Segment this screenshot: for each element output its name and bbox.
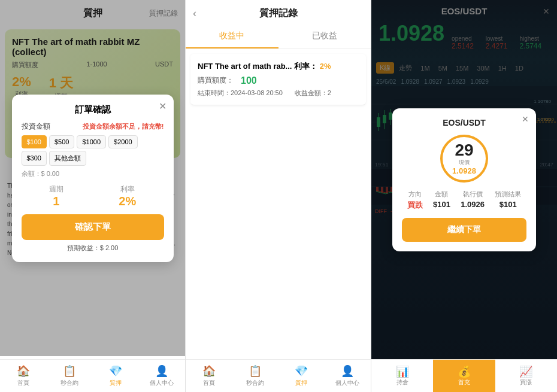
period-block: 週期 1	[49, 184, 63, 208]
nav-home-label: 首頁	[17, 379, 29, 387]
p2-pledge-icon: 💎	[295, 364, 308, 378]
circle-label: 現價	[459, 159, 470, 166]
p2-profile-icon: 👤	[341, 364, 354, 378]
p2-contract-icon: 📋	[249, 364, 262, 378]
confirm-order-button[interactable]: 確認下單	[22, 214, 164, 240]
amount-value: $101	[433, 200, 450, 209]
panel3-bottom-nav: 📊 持倉 💰 首充 📈 買漲	[371, 359, 557, 392]
direction-value: 買跌	[407, 200, 423, 211]
amount-label: 金額	[433, 190, 450, 199]
p3-nav-buy[interactable]: 📈 買漲	[495, 360, 557, 392]
eos-modal-close-icon[interactable]: ✕	[522, 114, 529, 124]
amount-buttons: $100 $500 $1000 $2000 $300 其他金額	[22, 135, 164, 166]
amount-btn-300[interactable]: $300	[22, 151, 47, 166]
order-modal: 訂單確認 ✕ 投資金額 投資金額余額不足，請充幣! $100 $500 $100…	[12, 95, 174, 262]
eos-modal-title: EOS/USDT	[402, 118, 526, 127]
nav-profile[interactable]: 👤 個人中心	[139, 360, 185, 392]
nav-pledge[interactable]: 💎 質押	[93, 360, 139, 392]
holdings-icon: 📊	[396, 365, 409, 378]
purchase-value: 100	[241, 75, 257, 86]
spacer	[186, 110, 371, 359]
exec-price-col: 執行價 1.0926	[461, 190, 485, 211]
amount-col: 金額 $101	[433, 190, 450, 211]
rate-label-modal: 利率	[119, 184, 136, 195]
panel2-header: ‹ 質押記錄	[186, 0, 371, 25]
p2-nav-contract-label: 秒合約	[246, 379, 264, 387]
nav-profile-label: 個人中心	[150, 379, 174, 387]
exec-price-value: 1.0926	[461, 200, 485, 209]
tab-earning[interactable]: 收益中	[186, 25, 278, 48]
invest-row: 投資金額 投資金額余額不足，請充幣!	[22, 121, 164, 132]
amount-btn-100[interactable]: $100	[22, 135, 47, 148]
circle-price: 1.0928	[452, 166, 476, 175]
panel2-bottom-nav: 🏠 首頁 📋 秒合約 💎 質押 👤 個人中心	[186, 359, 371, 392]
panel2-title: 質押記錄	[259, 7, 298, 20]
circle-number: 29	[455, 142, 473, 159]
period-rate-row: 週期 1 利率 2%	[22, 184, 164, 208]
p2-nav-profile-label: 個人中心	[335, 379, 359, 387]
order-modal-overlay: 訂單確認 ✕ 投資金額 投資金額余額不足，請充幣! $100 $500 $100…	[0, 0, 185, 356]
period-label: 週期	[49, 184, 63, 195]
record-rate-value: 2%	[320, 62, 331, 71]
buy-icon: 📈	[519, 365, 532, 378]
record-info-row: 結束時間：2024-03-08 20:50 收益金額：2	[198, 89, 359, 98]
expected-label: 預測結果	[495, 190, 521, 199]
nav-pledge-label: 質押	[110, 379, 122, 387]
amount-btn-1000[interactable]: $1000	[77, 135, 106, 148]
p2-nav-contract[interactable]: 📋 秒合約	[232, 360, 278, 392]
rate-block: 利率 2%	[119, 184, 136, 208]
expected-col: 預測結果 $101	[495, 190, 521, 211]
direction-label: 方向	[407, 190, 423, 199]
home-icon: 🏠	[17, 364, 30, 378]
nav-contract[interactable]: 📋 秒合約	[46, 360, 92, 392]
eos-modal-overlay: EOS/USDT ✕ 29 現價 1.0928 方向 買跌 金額 $101 執行…	[371, 0, 557, 359]
tab-earned[interactable]: 已收益	[278, 25, 371, 48]
record-tabs: 收益中 已收益	[186, 25, 371, 49]
expected-value: $101	[495, 200, 521, 209]
nav-home[interactable]: 🏠 首頁	[0, 360, 46, 392]
modal-title: 訂單確認	[22, 104, 164, 116]
p2-nav-home[interactable]: 🏠 首頁	[186, 360, 232, 392]
p3-deposit-label: 首充	[458, 378, 470, 387]
p2-home-icon: 🏠	[202, 364, 216, 378]
p2-nav-pledge[interactable]: 💎 質押	[278, 360, 325, 392]
p3-nav-holdings[interactable]: 📊 持倉	[371, 360, 433, 392]
income-amount: 收益金額：2	[295, 89, 331, 98]
panel1-bottom-nav: 🏠 首頁 📋 秒合約 💎 質押 👤 個人中心	[0, 359, 185, 392]
direction-col: 方向 買跌	[407, 190, 423, 211]
rate-val-modal: 2%	[119, 195, 136, 208]
period-val: 1	[49, 195, 63, 208]
price-circle: 29 現價 1.0928	[440, 135, 488, 183]
record-title: NFT The art of math rab... 利率： 2%	[198, 61, 359, 72]
nav-contract-label: 秒合約	[60, 379, 78, 387]
modal-close-icon[interactable]: ✕	[159, 101, 167, 112]
continue-order-button[interactable]: 繼續下單	[402, 218, 526, 242]
end-time: 結束時間：2024-03-08 20:50	[198, 89, 283, 98]
invest-label: 投資金額	[22, 121, 50, 132]
deposit-icon: 💰	[458, 365, 471, 378]
p3-holdings-label: 持倉	[396, 378, 408, 387]
back-icon[interactable]: ‹	[193, 7, 196, 20]
p3-buy-label: 買漲	[520, 378, 532, 387]
invest-error: 投資金額余額不足，請充幣!	[83, 122, 164, 131]
p3-nav-deposit[interactable]: 💰 首充	[433, 360, 495, 392]
p2-nav-pledge-label: 質押	[295, 379, 307, 387]
amount-btn-2000[interactable]: $2000	[108, 135, 138, 148]
exec-price-label: 執行價	[461, 190, 485, 199]
profile-icon: 👤	[155, 364, 168, 378]
record-purchase-row: 購買額度： 100	[198, 75, 359, 86]
pledge-icon: 💎	[109, 364, 122, 378]
amount-btn-other[interactable]: 其他金額	[49, 151, 86, 166]
purchase-label: 購買額度：	[198, 75, 234, 86]
record-card: NFT The art of math rab... 利率： 2% 購買額度： …	[190, 54, 366, 105]
contract-icon: 📋	[63, 364, 76, 378]
eos-order-modal: EOS/USDT ✕ 29 現價 1.0928 方向 買跌 金額 $101 執行…	[392, 108, 536, 251]
amount-btn-500[interactable]: $500	[49, 135, 74, 148]
expected-return: 預期收益：$ 2.00	[22, 244, 164, 253]
panel-pledge: 質押 質押記錄 NFT The art of math rabbit MZ (c…	[0, 0, 186, 392]
p2-nav-profile[interactable]: 👤 個人中心	[325, 360, 371, 392]
record-title-text: NFT The art of math rab...	[198, 62, 292, 71]
order-details-row: 方向 買跌 金額 $101 執行價 1.0926 預測結果 $101	[402, 190, 526, 211]
p2-nav-home-label: 首頁	[203, 379, 215, 387]
balance-display: 余額：$ 0.00	[22, 169, 164, 178]
